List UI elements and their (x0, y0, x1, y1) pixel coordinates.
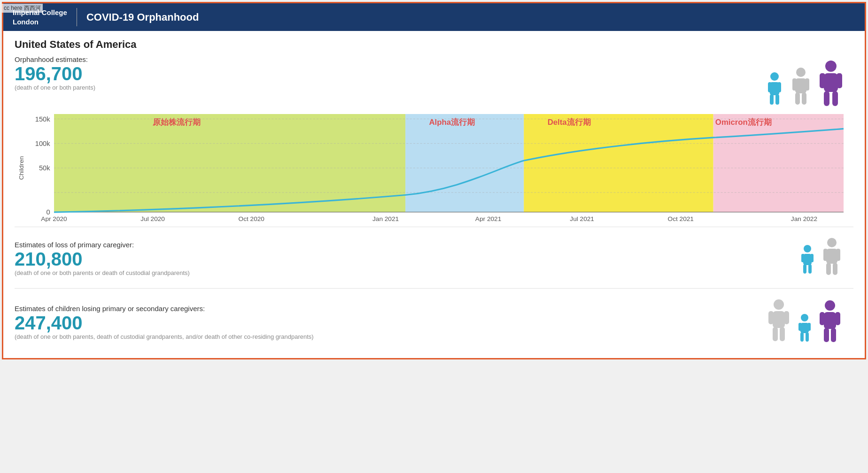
svg-rect-13 (824, 73, 838, 92)
caregiver-section: Estimates of loss of primary caregiver: … (15, 231, 853, 284)
svg-rect-46 (801, 254, 805, 262)
secondary-section: Estimates of children losing primary or … (15, 292, 853, 351)
chart-svg: 原始株流行期 Alpha流行期 Delta流行期 Omicron流行期 1 (15, 114, 853, 222)
adult-icon-purple (816, 60, 846, 109)
app-title: COVID-19 Orphanhood (86, 11, 199, 23)
header-bar: Imperial College London COVID-19 Orphanh… (3, 3, 865, 31)
svg-point-50 (827, 238, 837, 247)
svg-text:Omicron流行期: Omicron流行期 (715, 117, 772, 127)
svg-rect-58 (768, 311, 774, 324)
svg-rect-18 (54, 114, 405, 212)
caregiver-child-icon (797, 244, 818, 280)
svg-point-6 (796, 68, 806, 77)
secondary-value: 247,400 (15, 313, 314, 333)
svg-rect-17 (832, 91, 838, 106)
svg-point-68 (825, 300, 835, 311)
svg-rect-61 (780, 327, 785, 341)
svg-rect-53 (836, 249, 840, 261)
svg-rect-51 (826, 249, 837, 264)
svg-point-62 (801, 314, 808, 321)
svg-rect-10 (795, 92, 800, 105)
svg-rect-8 (792, 78, 797, 91)
secondary-child-icon (795, 314, 814, 346)
svg-rect-64 (798, 323, 802, 331)
caregiver-sublabel: (death of one or both parents or death o… (15, 269, 190, 276)
child-icon-blue (763, 72, 786, 109)
svg-text:Jan 2021: Jan 2021 (372, 215, 399, 222)
svg-rect-69 (824, 312, 836, 329)
svg-text:原始株流行期: 原始株流行期 (152, 117, 201, 127)
secondary-grandparent-icon (764, 299, 793, 346)
svg-text:Apr 2021: Apr 2021 (475, 215, 501, 222)
caregiver-label: Estimates of loss of primary caregiver: (15, 241, 190, 249)
svg-text:Oct 2020: Oct 2020 (239, 215, 265, 222)
caregiver-value: 210,800 (15, 249, 190, 269)
svg-rect-49 (808, 264, 812, 274)
svg-rect-4 (770, 94, 774, 105)
svg-rect-54 (826, 263, 831, 275)
chart-wrapper: 原始株流行期 Alpha流行期 Delta流行期 Omicron流行期 1 (15, 114, 853, 222)
svg-text:0: 0 (46, 208, 50, 216)
svg-text:Jul 2020: Jul 2020 (140, 215, 165, 222)
main-content: United States of America Orphanhood esti… (3, 31, 865, 358)
svg-text:Apr 2020: Apr 2020 (41, 215, 67, 222)
orphanhood-label: Orphanhood estimates: (15, 55, 95, 63)
svg-rect-48 (803, 264, 806, 274)
svg-text:50k: 50k (39, 164, 50, 172)
svg-point-44 (804, 245, 811, 252)
svg-point-0 (770, 72, 779, 81)
caregiver-adult-icon (820, 237, 844, 280)
divider-2 (15, 288, 853, 289)
svg-rect-20 (524, 114, 713, 212)
svg-text:100k: 100k (35, 140, 51, 147)
svg-text:Oct 2021: Oct 2021 (668, 215, 694, 222)
svg-rect-5 (775, 94, 779, 105)
svg-rect-3 (777, 82, 781, 92)
svg-rect-60 (773, 327, 778, 341)
svg-rect-52 (823, 249, 828, 261)
svg-point-56 (774, 299, 784, 310)
svg-rect-71 (835, 312, 840, 325)
svg-text:Jan 2022: Jan 2022 (791, 215, 817, 222)
orphanhood-value: 196,700 (15, 63, 95, 84)
orphanhood-section: Orphanhood estimates: 196,700 (death of … (15, 55, 853, 222)
svg-rect-70 (820, 312, 825, 325)
svg-text:Children: Children (18, 156, 25, 180)
svg-rect-73 (831, 328, 836, 342)
svg-text:Alpha流行期: Alpha流行期 (429, 117, 475, 127)
svg-rect-19 (405, 114, 524, 212)
adult-icon-gray (789, 67, 813, 109)
svg-rect-16 (824, 91, 829, 106)
svg-text:150k: 150k (35, 115, 51, 123)
chart-container: 原始株流行期 Alpha流行期 Delta流行期 Omicron流行期 1 (15, 114, 853, 222)
caregiver-icons (797, 237, 844, 280)
secondary-sublabel: (death of one or both parents, death of … (15, 333, 314, 340)
divider-1 (15, 227, 853, 227)
secondary-adult-icon-purple (816, 300, 844, 346)
watermark: cc here 西西河 (2, 4, 43, 13)
svg-rect-11 (802, 92, 806, 105)
svg-rect-66 (800, 332, 804, 342)
svg-rect-55 (833, 263, 837, 275)
svg-rect-2 (768, 82, 772, 92)
secondary-icons (764, 299, 844, 346)
secondary-label: Estimates of children losing primary or … (15, 305, 314, 313)
svg-rect-15 (837, 73, 842, 88)
svg-rect-7 (795, 78, 806, 93)
svg-rect-14 (820, 73, 825, 88)
svg-rect-57 (773, 311, 785, 328)
svg-text:Jul 2021: Jul 2021 (570, 215, 594, 222)
svg-rect-47 (810, 254, 814, 262)
svg-rect-59 (784, 311, 789, 324)
svg-rect-65 (807, 323, 811, 331)
country-title: United States of America (15, 38, 853, 51)
svg-rect-9 (805, 78, 809, 91)
orphanhood-sublabel: (death of one or both parents) (15, 84, 95, 91)
svg-text:Delta流行期: Delta流行期 (548, 117, 591, 127)
svg-rect-67 (806, 332, 809, 342)
logo-line2: London (13, 18, 39, 26)
svg-rect-72 (824, 328, 829, 342)
svg-rect-21 (713, 114, 844, 212)
svg-point-12 (825, 61, 837, 72)
